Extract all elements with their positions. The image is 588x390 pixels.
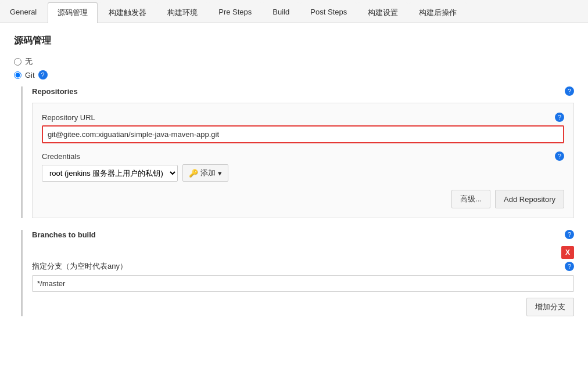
dropdown-arrow-icon: ▾	[218, 169, 222, 178]
tab-post-build[interactable]: 构建后操作	[409, 2, 467, 23]
repositories-title: Repositories	[32, 87, 78, 96]
branches-title-row: Branches to build ?	[32, 230, 574, 239]
repository-url-help-icon[interactable]: ?	[555, 113, 564, 122]
branch-specifier-input[interactable]	[32, 275, 574, 292]
tab-build-settings[interactable]: 构建设置	[358, 2, 408, 23]
scm-git-radio[interactable]	[14, 71, 21, 79]
tab-build-triggers[interactable]: 构建触发器	[99, 2, 156, 23]
repositories-help-icon[interactable]: ?	[565, 86, 574, 96]
branch-specifier-label: 指定分支（为空时代表any）	[32, 261, 127, 272]
credentials-help-icon[interactable]: ?	[555, 151, 564, 161]
add-credentials-label: 添加	[200, 168, 216, 178]
branches-title: Branches to build	[32, 230, 96, 239]
tab-scm[interactable]: 源码管理	[48, 2, 98, 23]
scm-none-label: 无	[25, 56, 33, 67]
repo-buttons-row: 高级... Add Repository	[42, 190, 564, 208]
credentials-select[interactable]: root (jenkins 服务器上用户的私钥)	[42, 165, 178, 182]
repository-section: Repository URL ? Credentials ? root (jen…	[32, 103, 574, 218]
credentials-label-row: Credentials ?	[42, 151, 564, 161]
branches-help-icon[interactable]: ?	[565, 230, 574, 239]
tab-pre-steps[interactable]: Pre Steps	[209, 2, 261, 23]
git-help-icon[interactable]: ?	[38, 70, 48, 80]
tab-build[interactable]: Build	[263, 2, 299, 23]
repository-url-label: Repository URL	[42, 113, 95, 122]
delete-branch-button[interactable]: X	[561, 246, 574, 259]
add-branch-row: 增加分支	[32, 298, 574, 316]
page-title: 源码管理	[14, 35, 574, 47]
repositories-header: Repositories ?	[32, 86, 574, 96]
branch-delete-row: X	[32, 246, 574, 259]
tab-general[interactable]: General	[0, 2, 46, 23]
branch-specifier-field: X 指定分支（为空时代表any） ? 增加分支	[32, 246, 574, 316]
advanced-button[interactable]: 高级...	[451, 190, 490, 208]
credentials-row: root (jenkins 服务器上用户的私钥) 🔑 添加 ▾	[42, 164, 564, 182]
tab-post-steps[interactable]: Post Steps	[300, 2, 357, 23]
add-branch-button[interactable]: 增加分支	[526, 298, 574, 316]
repository-url-label-row: Repository URL ?	[42, 113, 564, 122]
add-credentials-button[interactable]: 🔑 添加 ▾	[182, 164, 228, 182]
main-content: 源码管理 无 Git ? Repositories ?	[0, 23, 588, 336]
scm-git-option[interactable]: Git ?	[14, 70, 574, 80]
add-repository-button[interactable]: Add Repository	[495, 190, 564, 208]
tab-bar: General 源码管理 构建触发器 构建环境 Pre Steps Build …	[0, 0, 588, 23]
tab-build-env[interactable]: 构建环境	[157, 2, 207, 23]
credentials-field: Credentials ? root (jenkins 服务器上用户的私钥) 🔑…	[42, 151, 564, 182]
scm-radio-group: 无 Git ?	[14, 56, 574, 80]
repository-url-field: Repository URL ?	[42, 113, 564, 143]
scm-none-option[interactable]: 无	[14, 56, 574, 67]
scm-git-label: Git	[25, 71, 35, 80]
key-icon: 🔑	[189, 169, 198, 178]
branch-specifier-help-icon[interactable]: ?	[565, 262, 574, 271]
scm-none-radio[interactable]	[14, 58, 21, 66]
credentials-label: Credentials	[42, 152, 80, 161]
branch-specifier-label-row: 指定分支（为空时代表any） ?	[32, 261, 574, 272]
repository-url-input[interactable]	[42, 125, 564, 143]
git-section: Repositories ? Repository URL ? Credenti…	[21, 86, 574, 218]
branches-section: Branches to build ? X 指定分支（为空时代表any） ? 增…	[21, 230, 574, 316]
